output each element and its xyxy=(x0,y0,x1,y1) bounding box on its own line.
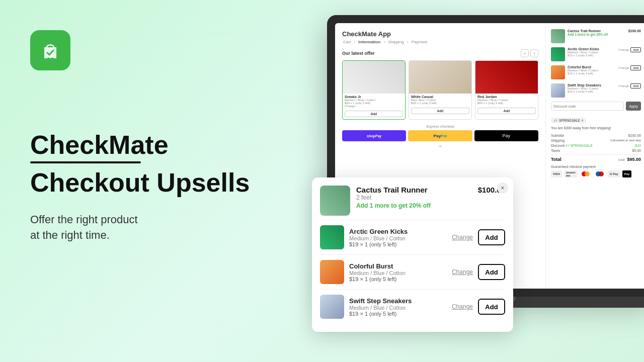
order-item-3: Colorful Burst Medium / Blue / Cotton $1… xyxy=(551,65,641,79)
popup-add-button-2[interactable]: Add xyxy=(478,264,505,280)
product-card-3[interactable]: Red Jordan Medium / Blue / Cotton $80 x … xyxy=(475,60,538,120)
add-jordan-button[interactable]: Add xyxy=(477,108,536,114)
total-line: Total CAD $95.00 xyxy=(551,154,641,162)
next-arrow[interactable]: › xyxy=(530,49,538,57)
popup-item-img-1 xyxy=(320,225,344,249)
order-item-img-3 xyxy=(551,65,565,79)
right-section: CheckMate App Cart › Information › Shipp… xyxy=(312,15,644,347)
discount-line: Discount 🏷 SPRINGSALE -$10 xyxy=(551,144,641,147)
order-summary-panel: Cactus Trail Runner Add 1 more to get 20… xyxy=(545,23,644,289)
popup-upsell-text: Add 1 more to get 20% off xyxy=(356,202,478,209)
nav-arrows: ‹ › xyxy=(521,49,538,57)
popup-main-product-img xyxy=(320,186,350,216)
applepay-summary-icon: Pay xyxy=(622,170,632,177)
tax-line: Taxes $5.00 xyxy=(551,149,641,152)
payment-icons-row: VISA amazonpay G Pay Pay xyxy=(551,170,641,177)
order-item-img-2 xyxy=(551,47,565,61)
popup-item-img-3 xyxy=(320,295,344,319)
express-checkout-label: Express checkout xyxy=(342,125,538,128)
screen-app-title: CheckMate App xyxy=(342,30,538,38)
change-link-2[interactable]: Change xyxy=(618,48,629,51)
or-divider: or xyxy=(342,144,538,148)
product-card-2[interactable]: White Casual Med. Blue / Cotton $30 x 1 … xyxy=(409,60,472,120)
apple-pay-button[interactable]: Pay xyxy=(474,130,538,141)
left-section: CheckMate Checkout Upsells Offer the rig… xyxy=(30,30,257,243)
guaranteed-label: Guaranteed checkout payment xyxy=(551,165,641,168)
order-item-img-main xyxy=(551,29,565,43)
amazon-pay-icon: amazonpay xyxy=(564,170,578,177)
maestro-icon xyxy=(594,170,606,177)
coupon-tag: 🏷 SPRINGSALE × xyxy=(551,118,586,123)
add-sneakz-button[interactable]: Add xyxy=(345,111,403,117)
payment-buttons: shopPay PayPal Pay xyxy=(342,130,538,141)
visa-icon: VISA xyxy=(551,170,562,177)
popup-change-2[interactable]: Change xyxy=(452,268,473,276)
change-link-3[interactable]: Change xyxy=(618,66,629,69)
order-item-4: Swift Step Sneakers Medium / Blue / Cott… xyxy=(551,83,641,98)
shopify-pay-button[interactable]: shopPay xyxy=(342,130,406,141)
add-btn-3[interactable]: Add xyxy=(630,65,641,70)
add-btn-4[interactable]: Add xyxy=(630,83,641,88)
add-btn-2[interactable]: Add xyxy=(630,47,641,52)
change-link-4[interactable]: Change xyxy=(618,84,629,87)
app-subtitle: Checkout Upsells xyxy=(30,168,257,197)
order-item-img-4 xyxy=(551,83,565,98)
app-description: Offer the right product at the right tim… xyxy=(30,212,257,243)
offer-label-row: Our latest offer ‹ › xyxy=(342,49,538,57)
shipping-line: Shipping Calculated at next step xyxy=(551,139,641,142)
popup-item-1: Arctic Green Kicks Medium / Blue / Cotto… xyxy=(320,220,505,254)
headline-group: CheckMate Checkout Upsells xyxy=(30,131,257,197)
product-img-1 xyxy=(343,61,405,94)
paypal-button[interactable]: PayPal xyxy=(408,130,472,141)
popup-close-button[interactable]: × xyxy=(497,183,508,194)
popup-product-sub: 2 feet xyxy=(356,194,478,201)
popup-item-img-2 xyxy=(320,260,344,284)
breadcrumb: Cart › Information › Shipping › Payment xyxy=(342,40,538,44)
mastercard-icon xyxy=(580,170,592,177)
discount-row: Apply xyxy=(551,102,641,111)
popup-add-button-1[interactable]: Add xyxy=(478,229,505,245)
free-shipping-message: You are $300 away from free shipping! xyxy=(551,126,641,130)
popup-item-2: Colorful Burst Medium / Blue / Cotton $1… xyxy=(320,254,505,289)
product-card-1[interactable]: Sneakz Jr Medium / Blue / Cotton $69 x 1… xyxy=(342,60,406,120)
popup-change-3[interactable]: Change xyxy=(452,303,473,310)
product-images-row: Sneakz Jr Medium / Blue / Cotton $69 x 1… xyxy=(342,60,538,120)
app-icon xyxy=(30,30,70,70)
subtotal-line: Subtotal $100.00 xyxy=(551,134,641,137)
remove-coupon[interactable]: × xyxy=(582,119,584,122)
order-item-main: Cactus Trail Runner Add 1 more to get 20… xyxy=(551,29,641,43)
popup-product-name: Cactus Trail Runner xyxy=(356,186,478,194)
apply-button[interactable]: Apply xyxy=(626,102,641,111)
headline-underline xyxy=(30,161,141,163)
popup-header: Cactus Trail Runner 2 feet Add 1 more to… xyxy=(320,186,505,216)
popup-add-button-3[interactable]: Add xyxy=(478,299,505,315)
prev-arrow[interactable]: ‹ xyxy=(521,49,529,57)
app-name: CheckMate xyxy=(30,131,257,159)
product-img-3 xyxy=(475,61,538,94)
order-item-2: Arctic Green Kicks Medium / Blue / Cotto… xyxy=(551,47,641,61)
popup-change-1[interactable]: Change xyxy=(452,234,473,241)
popup-item-3: Swift Step Sneakers Medium / Blue / Cott… xyxy=(320,289,505,324)
gpay-icon: G Pay xyxy=(608,170,620,177)
discount-input[interactable] xyxy=(551,102,624,111)
add-casual-button[interactable]: Add xyxy=(411,108,469,114)
product-img-2 xyxy=(409,61,471,94)
popup-card: × Cactus Trail Runner 2 feet Add 1 more … xyxy=(312,177,513,332)
